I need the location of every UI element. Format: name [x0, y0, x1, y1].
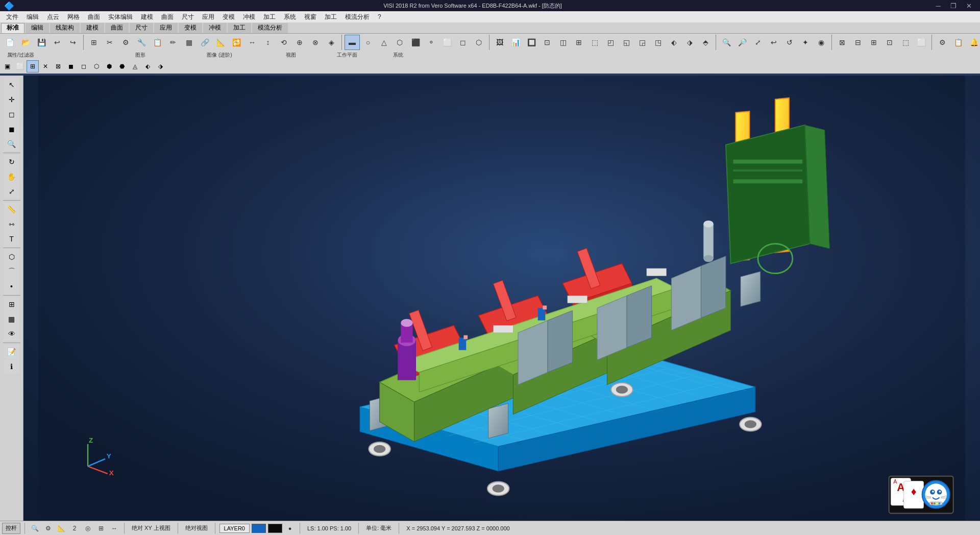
img4[interactable]: ⊡ — [540, 35, 555, 50]
img2[interactable]: 📊 — [508, 35, 523, 50]
img1[interactable]: 🖼 — [492, 35, 507, 50]
sm6[interactable]: ◼ — [65, 60, 77, 72]
lp-group[interactable]: ▦ — [4, 312, 19, 326]
view6[interactable]: ✦ — [798, 35, 813, 50]
menu-machine[interactable]: 加工 — [259, 12, 280, 22]
img3[interactable]: 🔲 — [524, 35, 539, 50]
tab-punch[interactable]: 冲模 — [203, 23, 227, 33]
status-icon5[interactable]: ◎ — [82, 523, 93, 534]
lp-text[interactable]: T — [4, 232, 19, 246]
undo-btn[interactable]: ↩ — [50, 35, 65, 50]
save-btn[interactable]: 💾 — [34, 35, 49, 50]
tab-standard[interactable]: 标准 — [1, 23, 24, 33]
img7[interactable]: ⬚ — [587, 35, 602, 50]
sm1[interactable]: ▣ — [1, 60, 13, 72]
shape-circle[interactable]: ○ — [360, 35, 376, 50]
status-icon4[interactable]: 2 — [69, 523, 80, 534]
sys2[interactable]: 📋 — [950, 35, 966, 50]
view2[interactable]: 🔎 — [734, 35, 750, 50]
menu-dimension[interactable]: 尺寸 — [178, 12, 198, 22]
lp-dim[interactable]: ⇿ — [4, 217, 19, 231]
shape-rect[interactable]: ▬ — [345, 35, 360, 50]
img10[interactable]: ◲ — [634, 35, 650, 50]
menu-stamp[interactable]: 变模 — [218, 12, 239, 22]
sm7[interactable]: ◻ — [78, 60, 90, 72]
status-icon7[interactable]: ↔ — [109, 523, 120, 534]
wp5[interactable]: ⬚ — [898, 35, 913, 50]
maximize-button[interactable]: ❐ — [946, 1, 961, 11]
sm13[interactable]: ⬗ — [154, 60, 166, 72]
img14[interactable]: ⬘ — [698, 35, 713, 50]
minimize-button[interactable]: ─ — [931, 1, 945, 11]
sm9[interactable]: ⬢ — [103, 60, 115, 72]
tool4[interactable]: 🔧 — [134, 35, 149, 50]
lp-hide[interactable]: 👁 — [4, 327, 19, 341]
lp-layer[interactable]: ⊞ — [4, 297, 19, 311]
sys3[interactable]: 🔔 — [966, 35, 980, 50]
view4[interactable]: ↩ — [766, 35, 781, 50]
status-icon2[interactable]: ⚙ — [42, 523, 54, 534]
lp-pan[interactable]: ✋ — [4, 169, 19, 184]
viewport[interactable]: Z X Y A A A ♦ — [23, 76, 980, 521]
tab-wireframe[interactable]: 线架构 — [50, 23, 80, 33]
lp-move[interactable]: ⤢ — [4, 184, 19, 199]
new-btn[interactable]: 📄 — [2, 35, 17, 50]
tab-apply[interactable]: 应用 — [154, 23, 178, 33]
tool13[interactable]: ⟲ — [276, 35, 291, 50]
tool5[interactable]: 📋 — [150, 35, 165, 50]
menu-machine2[interactable]: 加工 — [321, 12, 341, 22]
wp2[interactable]: ⊟ — [850, 35, 866, 50]
tab-machine[interactable]: 加工 — [228, 23, 251, 33]
view5[interactable]: ↺ — [782, 35, 797, 50]
sm2[interactable]: ⬜ — [14, 60, 26, 72]
tool3[interactable]: ⚙ — [118, 35, 133, 50]
wp4[interactable]: ⊡ — [882, 35, 897, 50]
lp-select[interactable]: ↖ — [4, 78, 19, 92]
tool12[interactable]: ↕ — [260, 35, 276, 50]
color-box-2[interactable] — [268, 524, 282, 533]
lp-zoom[interactable]: 🔍 — [4, 137, 19, 151]
tool7[interactable]: ▦ — [181, 35, 197, 50]
view7[interactable]: ◉ — [814, 35, 829, 50]
sm12[interactable]: ⬖ — [141, 60, 154, 72]
status-icon1[interactable]: 🔍 — [29, 523, 40, 534]
sm8[interactable]: ⬡ — [90, 60, 103, 72]
tool1[interactable]: ⊞ — [86, 35, 102, 50]
layer-label[interactable]: LAYER0 — [219, 524, 250, 533]
status-icon3[interactable]: 📐 — [56, 523, 67, 534]
menu-system[interactable]: 系统 — [280, 12, 300, 22]
menu-pointcloud[interactable]: 点云 — [43, 12, 63, 22]
redo-btn[interactable]: ↪ — [65, 35, 81, 50]
tab-edit[interactable]: 编辑 — [26, 23, 49, 33]
color-box-1[interactable] — [252, 524, 266, 533]
shape-tri[interactable]: △ — [376, 35, 391, 50]
img12[interactable]: ⬖ — [666, 35, 681, 50]
control-btn[interactable]: 控杆 — [2, 523, 20, 534]
tool15[interactable]: ⊗ — [308, 35, 323, 50]
shape7[interactable]: ⬜ — [439, 35, 455, 50]
lp-measure[interactable]: 📏 — [4, 202, 19, 216]
tool10[interactable]: 🔁 — [229, 35, 244, 50]
lp-note[interactable]: 📝 — [4, 345, 19, 359]
sm3[interactable]: ⊞ — [27, 60, 39, 72]
lp-info[interactable]: ℹ — [4, 359, 19, 374]
shape9[interactable]: ⬡ — [471, 35, 486, 50]
lp-vertex[interactable]: • — [4, 279, 19, 294]
shape-poly[interactable]: ⬡ — [392, 35, 407, 50]
lp-pick[interactable]: ✛ — [4, 92, 19, 107]
open-btn[interactable]: 📂 — [18, 35, 33, 50]
menu-moldflow[interactable]: 模流分析 — [341, 12, 374, 22]
img9[interactable]: ◱ — [619, 35, 634, 50]
shape6[interactable]: ⚬ — [424, 35, 439, 50]
status-icon8[interactable]: ● — [284, 523, 296, 534]
img5[interactable]: ◫ — [555, 35, 571, 50]
menu-edit[interactable]: 编辑 — [22, 12, 43, 22]
tool11[interactable]: ↔ — [244, 35, 260, 50]
shape5[interactable]: ⬛ — [408, 35, 423, 50]
tab-dimension[interactable]: 尺寸 — [130, 23, 153, 33]
menu-help[interactable]: ? — [374, 12, 385, 21]
sm11[interactable]: ◬ — [129, 60, 141, 72]
tool6[interactable]: ✏ — [165, 35, 181, 50]
shape8[interactable]: ◻ — [455, 35, 471, 50]
wp6[interactable]: ⬜ — [914, 35, 929, 50]
